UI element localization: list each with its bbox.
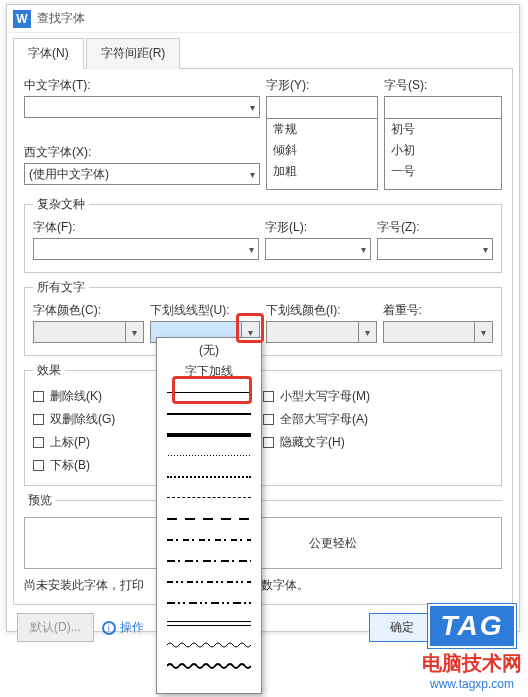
- underline-option-dash-dot-dot-heavy[interactable]: [157, 592, 261, 613]
- underline-color-dropdown[interactable]: ▾: [266, 321, 377, 343]
- label-cn-font: 中文字体(T):: [24, 77, 260, 94]
- checkbox-icon: [33, 460, 44, 471]
- preview-box: 公更轻松: [24, 517, 502, 569]
- checkbox-icon: [263, 391, 274, 402]
- underline-option-dash[interactable]: [157, 487, 261, 508]
- underline-option-thick[interactable]: [157, 403, 261, 424]
- check-small-caps[interactable]: 小型大写字母(M): [263, 385, 493, 408]
- check-all-caps[interactable]: 全部大写字母(A): [263, 408, 493, 431]
- chevron-down-icon: ▾: [481, 327, 486, 338]
- style-input[interactable]: [266, 96, 378, 118]
- logo-url: www.tagxp.com: [430, 677, 514, 691]
- style-option[interactable]: 加粗: [267, 161, 377, 182]
- underline-option-double[interactable]: [157, 613, 261, 634]
- label-west-font: 西文字体(X):: [24, 144, 260, 161]
- dialog-title: 查找字体: [37, 10, 85, 27]
- legend-complex: 复杂文种: [33, 196, 89, 213]
- underline-option-none[interactable]: (无): [157, 340, 261, 361]
- cn-font-combo[interactable]: ▾: [24, 96, 260, 118]
- size-listbox[interactable]: 初号 小初 一号: [384, 118, 502, 190]
- size-option[interactable]: 小初: [385, 140, 501, 161]
- complex-scripts-group: 复杂文种 字体(F): ▾ 字形(L): ▾ 字号(Z): ▾: [24, 196, 502, 273]
- checkbox-icon: [263, 437, 274, 448]
- checkbox-icon: [33, 437, 44, 448]
- size-option[interactable]: 初号: [385, 119, 501, 140]
- label-style: 字形(Y):: [266, 77, 378, 94]
- west-font-value: (使用中文字体): [29, 166, 109, 183]
- chevron-down-icon: ▾: [361, 244, 366, 255]
- style-listbox[interactable]: 常规 倾斜 加粗: [266, 118, 378, 190]
- underline-option-dash-dot-dot[interactable]: [157, 571, 261, 592]
- annotation-highlight: [172, 376, 252, 404]
- chevron-down-icon: ▾: [249, 244, 254, 255]
- underline-option-fine-dotted[interactable]: [157, 445, 261, 466]
- chevron-down-icon: ▾: [365, 327, 370, 338]
- default-button[interactable]: 默认(D)...: [17, 613, 94, 642]
- label-size: 字号(S):: [384, 77, 502, 94]
- label-font-color: 字体颜色(C):: [33, 302, 144, 319]
- label-c-font: 字体(F):: [33, 219, 259, 236]
- size-option[interactable]: 一号: [385, 161, 501, 182]
- chevron-down-icon: ▾: [250, 102, 255, 113]
- chevron-down-icon: ▾: [483, 244, 488, 255]
- underline-option-long-dash[interactable]: [157, 508, 261, 529]
- tab-font[interactable]: 字体(N): [13, 38, 84, 69]
- annotation-highlight: [236, 313, 264, 343]
- underline-option-dash-dot[interactable]: [157, 529, 261, 550]
- chevron-down-icon: ▾: [250, 169, 255, 180]
- titlebar: W 查找字体: [7, 5, 519, 33]
- underline-option-dotted[interactable]: [157, 466, 261, 487]
- underline-option-heavy[interactable]: [157, 424, 261, 445]
- complex-style-combo[interactable]: ▾: [265, 238, 371, 260]
- tab-char-spacing[interactable]: 字符间距(R): [86, 38, 181, 69]
- preview-group: 预览 公更轻松: [24, 492, 502, 569]
- underline-option-dash-dot-heavy[interactable]: [157, 550, 261, 571]
- logo-tag: TAG: [428, 604, 515, 648]
- emphasis-mark-dropdown[interactable]: ▾: [383, 321, 494, 343]
- label-c-style: 字形(L):: [265, 219, 371, 236]
- font-note: 尚未安装此字体，打印 数字体。: [24, 577, 502, 594]
- checkbox-icon: [33, 391, 44, 402]
- legend-effects: 效果: [33, 362, 65, 379]
- style-option[interactable]: 常规: [267, 119, 377, 140]
- size-input[interactable]: [384, 96, 502, 118]
- complex-size-combo[interactable]: ▾: [377, 238, 493, 260]
- checkbox-icon: [263, 414, 274, 425]
- effects-group: 效果 删除线(K) 小型大写字母(M) 双删除线(G) 全部大写字母(A) 上标…: [24, 362, 502, 486]
- watermark-logo: TAG 电脑技术网 www.tagxp.com: [422, 604, 522, 691]
- label-em-mark: 着重号:: [383, 302, 494, 319]
- chevron-down-icon: ▾: [132, 327, 137, 338]
- checkbox-icon: [33, 414, 44, 425]
- logo-cn: 电脑技术网: [422, 650, 522, 677]
- label-c-size: 字号(Z):: [377, 219, 493, 236]
- tab-strip: 字体(N) 字符间距(R): [7, 33, 519, 68]
- west-font-combo[interactable]: (使用中文字体) ▾: [24, 163, 260, 185]
- underline-option-wave[interactable]: [157, 634, 261, 655]
- check-hidden[interactable]: 隐藏文字(H): [263, 431, 493, 454]
- info-icon: i: [102, 621, 116, 635]
- legend-preview: 预览: [24, 492, 56, 509]
- label-ul-color: 下划线颜色(I):: [266, 302, 377, 319]
- app-icon: W: [13, 10, 31, 28]
- complex-font-combo[interactable]: ▾: [33, 238, 259, 260]
- underline-option-wave-heavy[interactable]: [157, 655, 261, 676]
- font-color-dropdown[interactable]: ▾: [33, 321, 144, 343]
- style-option[interactable]: 倾斜: [267, 140, 377, 161]
- operations-link[interactable]: i 操作: [102, 619, 144, 636]
- legend-all-text: 所有文字: [33, 279, 89, 296]
